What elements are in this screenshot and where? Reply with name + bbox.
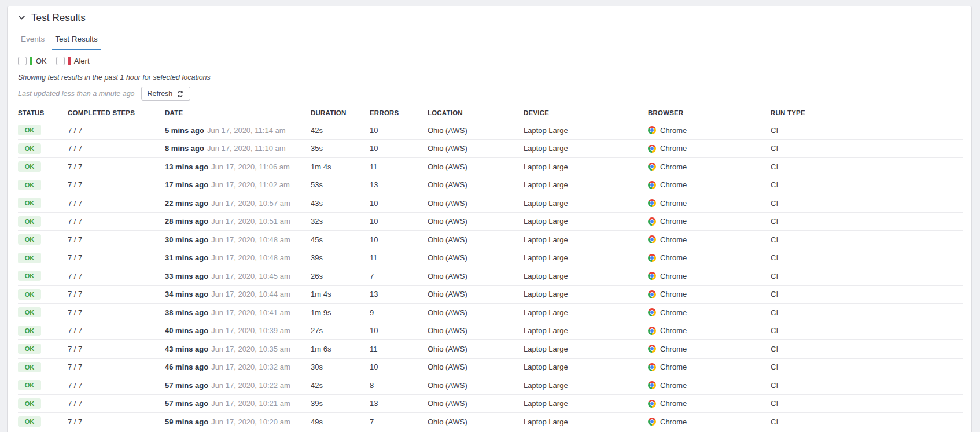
location-cell: Ohio (AWS) [428,418,524,426]
table-row[interactable]: OK 7 / 7 40 mins agoJun 17, 2020, 10:39 … [18,322,963,341]
browser-label: Chrome [660,180,687,189]
location-cell: Ohio (AWS) [428,126,524,135]
duration-cell: 43s [311,199,370,208]
table-row[interactable]: OK 7 / 7 33 mins agoJun 17, 2020, 10:45 … [18,267,963,286]
errors-cell: 10 [370,126,428,135]
alert-checkbox[interactable] [56,57,65,65]
relative-time: 34 mins ago [165,290,208,298]
duration-cell: 35s [311,144,370,153]
status-badge: OK [18,326,41,336]
date-cell: 59 mins agoJun 17, 2020, 10:20 am [165,418,311,426]
date-cell: 5 mins agoJun 17, 2020, 11:14 am [165,126,311,135]
browser-label: Chrome [660,235,687,244]
browser-label: Chrome [660,272,687,280]
chrome-icon [648,126,656,134]
browser-label: Chrome [660,163,687,171]
browser-cell: Chrome [648,144,771,153]
run-type-cell: CI [771,163,963,171]
relative-time: 46 mins ago [165,363,208,371]
relative-time: 57 mins ago [165,399,208,408]
status-cell: OK [18,143,68,154]
browser-cell: Chrome [648,326,771,335]
duration-cell: 42s [311,126,370,135]
completed-steps-cell: 7 / 7 [68,144,165,153]
location-cell: Ohio (AWS) [428,326,524,335]
alert-color-bar [68,57,71,65]
table-row[interactable]: OK 7 / 7 57 mins agoJun 17, 2020, 10:22 … [18,376,963,395]
duration-cell: 49s [311,418,370,426]
browser-cell: Chrome [648,163,771,171]
status-badge: OK [18,380,41,390]
location-cell: Ohio (AWS) [428,217,524,226]
browser-cell: Chrome [648,381,771,390]
status-badge: OK [18,307,41,317]
table-row[interactable]: OK 7 / 7 30 mins agoJun 17, 2020, 10:48 … [18,231,963,249]
run-type-cell: CI [771,235,963,244]
completed-steps-cell: 7 / 7 [68,199,165,208]
status-cell: OK [18,416,68,427]
status-filters: OK Alert [18,57,961,65]
status-badge: OK [18,161,41,172]
date-cell: 40 mins agoJun 17, 2020, 10:39 am [165,326,311,335]
table-row[interactable]: OK 7 / 7 57 mins agoJun 17, 2020, 10:21 … [18,395,963,413]
run-type-cell: CI [771,326,963,335]
table-row[interactable]: OK 7 / 7 13 mins agoJun 17, 2020, 11:06 … [18,158,963,176]
device-cell: Laptop Large [524,217,648,226]
table-header-row: STATUSCOMPLETED STEPSDATEDURATIONERRORSL… [18,102,963,121]
absolute-time: Jun 17, 2020, 10:39 am [211,326,290,335]
filter-ok[interactable]: OK [18,57,47,65]
table-row[interactable]: OK 7 / 7 43 mins agoJun 17, 2020, 10:35 … [18,340,963,359]
tab-test-results[interactable]: Test Results [52,29,101,50]
completed-steps-cell: 7 / 7 [68,163,165,171]
absolute-time: Jun 17, 2020, 11:10 am [207,144,286,153]
ok-checkbox[interactable] [18,57,27,65]
tab-events[interactable]: Events [18,29,47,50]
chevron-down-icon[interactable] [18,15,25,20]
chrome-icon [648,400,656,408]
date-cell: 8 mins agoJun 17, 2020, 11:10 am [165,144,311,153]
browser-cell: Chrome [648,399,771,408]
absolute-time: Jun 17, 2020, 10:35 am [211,345,290,353]
refresh-button[interactable]: Refresh [141,87,191,101]
date-cell: 22 mins agoJun 17, 2020, 10:57 am [165,199,311,208]
status-badge: OK [18,416,41,427]
table-row[interactable]: OK 7 / 7 8 mins agoJun 17, 2020, 11:10 a… [18,140,963,158]
run-type-cell: CI [771,399,963,408]
table-row[interactable]: OK 7 / 7 34 mins agoJun 17, 2020, 10:44 … [18,286,963,304]
absolute-time: Jun 17, 2020, 11:14 am [207,126,286,135]
table-row[interactable]: OK 7 / 7 59 mins agoJun 17, 2020, 10:20 … [18,413,963,431]
location-cell: Ohio (AWS) [428,363,524,371]
status-cell: OK [18,344,68,354]
table-row[interactable]: OK 7 / 7 28 mins agoJun 17, 2020, 10:51 … [18,213,963,231]
relative-time: 17 mins ago [165,180,208,189]
browser-cell: Chrome [648,308,771,317]
absolute-time: Jun 17, 2020, 10:21 am [211,399,290,408]
table-row[interactable]: OK 7 / 7 17 mins agoJun 17, 2020, 11:02 … [18,176,963,195]
status-cell: OK [18,234,68,245]
column-header-date: DATE [165,109,311,116]
status-cell: OK [18,380,68,390]
column-header-status: STATUS [18,109,68,116]
table-row[interactable]: OK 7 / 7 5 mins agoJun 17, 2020, 11:14 a… [18,121,963,140]
column-header-device: DEVICE [524,109,648,116]
run-type-cell: CI [771,126,963,135]
relative-time: 57 mins ago [165,381,208,390]
date-cell: 17 mins agoJun 17, 2020, 11:02 am [165,180,311,189]
absolute-time: Jun 17, 2020, 10:41 am [211,308,290,317]
errors-cell: 13 [370,180,428,189]
chrome-icon [648,145,656,153]
table-row[interactable]: OK 7 / 7 22 mins agoJun 17, 2020, 10:57 … [18,194,963,213]
column-header-browser: BROWSER [648,109,771,116]
table-row[interactable]: OK 7 / 7 38 mins agoJun 17, 2020, 10:41 … [18,304,963,322]
device-cell: Laptop Large [524,399,648,408]
refresh-row: Last updated less than a minute ago Refr… [18,87,961,101]
date-cell: 57 mins agoJun 17, 2020, 10:21 am [165,399,311,408]
table-row[interactable]: OK 7 / 7 31 mins agoJun 17, 2020, 10:48 … [18,249,963,268]
status-cell: OK [18,198,68,208]
status-badge: OK [18,125,41,135]
duration-cell: 1m 4s [311,290,370,298]
filter-alert[interactable]: Alert [56,57,90,65]
location-cell: Ohio (AWS) [428,253,524,262]
date-cell: 57 mins agoJun 17, 2020, 10:22 am [165,381,311,390]
table-row[interactable]: OK 7 / 7 46 mins agoJun 17, 2020, 10:32 … [18,359,963,377]
